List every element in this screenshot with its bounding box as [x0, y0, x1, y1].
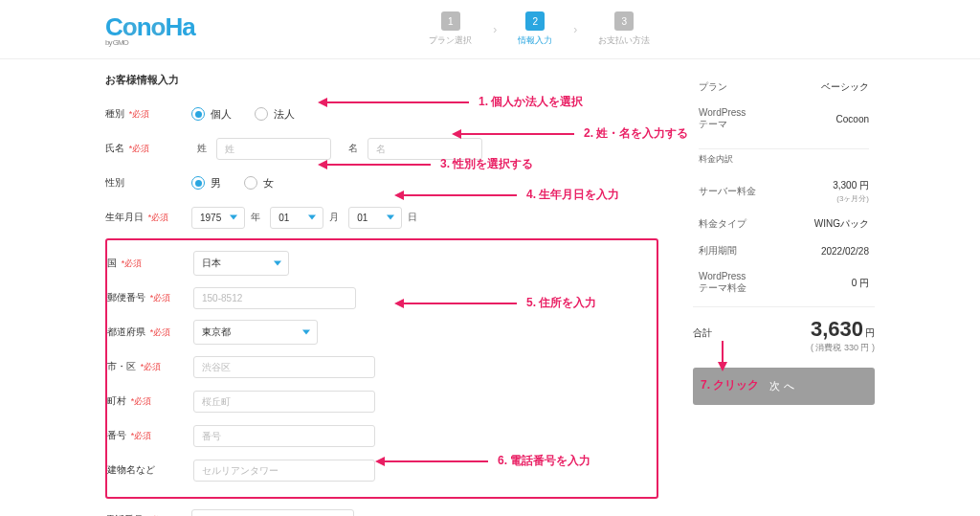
row-phone: 電話番号 *必須 — [105, 505, 658, 516]
radio-individual[interactable]: 個人 — [191, 107, 232, 122]
annotation-7: 7. クリック — [701, 377, 759, 393]
step-3-num: 3 — [614, 11, 634, 31]
feetype-value: WINGパック — [787, 212, 873, 236]
input-town[interactable] — [193, 391, 375, 413]
label-gender: 性別 — [105, 176, 191, 190]
label-type: 種別 *必須 — [105, 107, 191, 121]
row-street: 番号 *必須 — [107, 420, 647, 451]
annotation-arrow — [383, 460, 488, 462]
total-amount: 3,630 — [811, 317, 863, 341]
feetype-key: 料金タイプ — [695, 212, 785, 236]
input-city[interactable] — [193, 356, 375, 378]
select-day[interactable]: 01 — [348, 207, 402, 229]
breakdown-label: 料金内訳 — [699, 154, 733, 164]
step-2: 2 情報入力 — [518, 11, 552, 47]
radio-individual-label: 個人 — [211, 107, 232, 122]
annotation-arrow — [325, 164, 431, 166]
select-pref[interactable]: 東京都 — [193, 320, 318, 345]
radio-female-label: 女 — [263, 176, 274, 191]
brand-logo: ConoHa by GMO — [105, 12, 195, 47]
themefee-value: 0 円 — [787, 265, 873, 301]
period-value: 2022/02/28 — [787, 238, 873, 263]
radio-female[interactable]: 女 — [244, 176, 274, 191]
select-year[interactable]: 1975 — [191, 207, 245, 229]
plan-key: プラン — [695, 75, 785, 100]
row-birth: 生年月日 *必須 1975 年 01 月 01 日 — [105, 202, 658, 233]
annotation-arrow — [402, 303, 517, 304]
row-town: 町村 *必須 — [107, 386, 647, 416]
input-phone[interactable] — [191, 509, 354, 517]
annotation-1: 1. 個人か法人を選択 — [479, 94, 583, 110]
step-1-num: 1 — [441, 11, 460, 31]
radio-male-label: 男 — [211, 176, 221, 191]
radio-male[interactable]: 男 — [191, 176, 221, 191]
label-zip: 郵便番号 *必須 — [107, 291, 193, 304]
form-column: お客様情報入力 種別 *必須 個人 法人 氏名 *必須 姓 名 性別 男 女 生… — [105, 73, 658, 516]
annotation-arrow — [325, 101, 469, 103]
annotation-4: 4. 生年月日を入力 — [526, 187, 619, 203]
label-city: 市・区 *必須 — [107, 360, 193, 373]
select-month[interactable]: 01 — [270, 207, 323, 229]
annotation-3: 3. 性別を選択する — [440, 156, 533, 172]
tax-note: ( 消費税 330 円 ) — [693, 342, 875, 354]
total-label: 合計 — [693, 326, 712, 340]
summary-table: プランベーシック WordPress テーマCocoon 料金内訳 サーバー料金… — [693, 73, 875, 303]
server-value: 3,300 円(3ヶ月分) — [787, 173, 873, 210]
period-key: 利用期間 — [695, 238, 785, 263]
plan-value: ベーシック — [787, 75, 873, 100]
annotation-2: 2. 姓・名を入力する — [584, 125, 688, 142]
input-building[interactable] — [193, 460, 375, 482]
progress-steps: 1 プラン選択 › 2 情報入力 › 3 お支払い方法 — [429, 11, 746, 47]
annotation-arrow — [402, 194, 517, 196]
radio-corporate[interactable]: 法人 — [255, 107, 295, 122]
chevron-right-icon: › — [573, 23, 577, 36]
label-building: 建物名など — [107, 463, 193, 477]
summary-column: プランベーシック WordPress テーマCocoon 料金内訳 サーバー料金… — [693, 73, 875, 516]
step-3: 3 お支払い方法 — [598, 11, 650, 47]
row-pref: 都道府県 *必須 東京都 — [107, 317, 647, 348]
input-zip[interactable] — [193, 287, 356, 309]
server-key: サーバー料金 — [695, 173, 785, 210]
theme-key: WordPress テーマ — [695, 101, 785, 137]
row-name: 氏名 *必須 姓 名 — [105, 133, 658, 164]
radio-corporate-label: 法人 — [274, 107, 295, 122]
select-country[interactable]: 日本 — [193, 251, 289, 276]
annotation-arrow — [459, 133, 574, 135]
theme-value: Cocoon — [787, 101, 873, 137]
header: ConoHa by GMO 1 プラン選択 › 2 情報入力 › 3 お支払い方… — [0, 0, 980, 58]
sublabel-lastname: 姓 — [197, 142, 207, 155]
annotation-5: 5. 住所を入力 — [526, 295, 596, 311]
label-birth: 生年月日 *必須 — [105, 211, 191, 224]
row-city: 市・区 *必須 — [107, 351, 647, 382]
input-street[interactable] — [193, 425, 375, 447]
step-1-label: プラン選択 — [429, 34, 472, 47]
themefee-key: WordPress テーマ料金 — [695, 265, 785, 301]
chevron-right-icon: › — [493, 23, 497, 36]
input-lastname[interactable] — [216, 138, 331, 160]
step-1: 1 プラン選択 — [429, 11, 472, 47]
row-country: 国 *必須 日本 — [107, 248, 647, 279]
step-2-num: 2 — [525, 11, 545, 31]
label-name: 氏名 *必須 — [105, 142, 191, 155]
label-country: 国 *必須 — [107, 257, 193, 270]
label-pref: 都道府県 *必須 — [107, 325, 193, 339]
sublabel-firstname: 名 — [348, 142, 358, 155]
step-2-label: 情報入力 — [518, 34, 552, 47]
annotation-6: 6. 電話番号を入力 — [498, 453, 590, 469]
label-town: 町村 *必須 — [107, 394, 193, 408]
step-3-label: お支払い方法 — [598, 34, 650, 47]
total-row: 合計 3,630円 — [693, 317, 875, 342]
section-title: お客様情報入力 — [105, 73, 658, 87]
label-street: 番号 *必須 — [107, 429, 193, 442]
annotation-arrow — [722, 341, 724, 364]
